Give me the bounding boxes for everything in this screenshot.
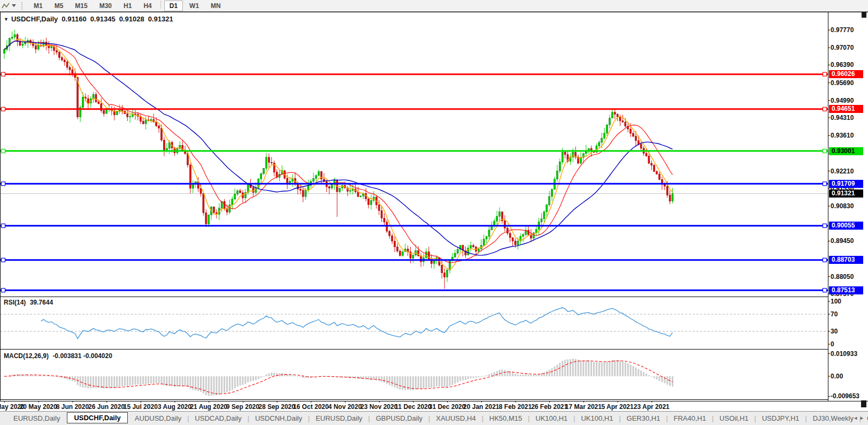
tab-ger30-h1[interactable]: GER30,H1: [620, 413, 667, 424]
rsi-tick-label: 100: [831, 298, 841, 305]
tab-uk100-h1[interactable]: UK100,H1: [574, 413, 620, 424]
chart-title: ▼USDCHF,Daily0.911600.913450.910280.9132…: [4, 15, 173, 23]
macd-values: -0.003831 -0.004020: [52, 352, 112, 360]
tab-xauusd-h4[interactable]: XAUUSD,H4: [429, 413, 482, 424]
price-tick-label: 0.88050: [831, 273, 854, 280]
price-badge-0.91709: 0.91709: [829, 180, 863, 188]
price-tick-label: 0.97070: [831, 44, 854, 51]
scale-end-marker-top[interactable]: [862, 12, 866, 18]
collapse-triangle-icon[interactable]: ▼: [4, 17, 9, 22]
tab-hk50-m15[interactable]: HK50,M15: [482, 413, 529, 424]
tab-dj30-weekly[interactable]: DJ30,Weekly: [806, 413, 861, 424]
moving-average-line-34: [4, 41, 673, 255]
level-line-handle[interactable]: [823, 258, 827, 262]
tab-eurusd-daily[interactable]: EURUSD,Daily: [309, 413, 369, 424]
level-line-handle[interactable]: [823, 224, 827, 227]
zigzag-tool-icon[interactable]: [0, 1, 12, 11]
macd-histogram: [4, 359, 674, 396]
timeframe-buttons: M1M5M15M30H1H4D1W1MN: [28, 1, 227, 11]
tab-scroll-left-icon[interactable]: ◄: [853, 415, 859, 421]
level-line-handle[interactable]: [2, 107, 5, 111]
price-badge-0.91321: 0.91321: [829, 189, 863, 198]
price-tick-label: 0.89450: [831, 237, 854, 245]
price-badge-0.87513: 0.87513: [829, 286, 863, 294]
chart-tab-bar: EURUSD,DailyUSDCHF,DailyAUDUSD,Daily|USD…: [0, 411, 868, 425]
low-value: 0.91028: [119, 15, 144, 23]
rsi-value: 39.7644: [30, 299, 53, 306]
tab-fra40-h1[interactable]: FRA40,H1: [667, 413, 713, 424]
price-tick-label: 0.92210: [831, 168, 854, 175]
timeframe-button-h1[interactable]: H1: [118, 1, 137, 11]
level-line-handle[interactable]: [823, 72, 827, 76]
chart-area: ▼USDCHF,Daily0.911600.913450.910280.9132…: [0, 12, 868, 411]
tab-audusd-daily[interactable]: AUDUSD,Daily: [128, 413, 188, 424]
level-line-handle[interactable]: [2, 289, 5, 292]
timeframe-button-mn[interactable]: MN: [205, 1, 226, 11]
macd-tick-label: 0.00: [831, 373, 843, 380]
macd-tick-label: 0.010933: [831, 350, 857, 358]
price-tick-label: 0.97770: [831, 26, 854, 34]
level-line-handle[interactable]: [2, 72, 5, 76]
tab-gbpusd-daily[interactable]: GBPUSD,Daily: [369, 413, 429, 424]
timeframe-button-m30[interactable]: M30: [94, 1, 117, 11]
tab-eurusd-daily[interactable]: EURUSD,Daily: [6, 413, 67, 424]
tab-list: EURUSD,DailyUSDCHF,DailyAUDUSD,Daily|USD…: [6, 413, 868, 424]
date-tick-label: 23 Apr 2021: [628, 403, 675, 411]
open-value: 0.91160: [62, 15, 86, 23]
macd-name: MACD(12,26,9): [4, 352, 49, 360]
dropdown-caret-icon[interactable]: [12, 4, 16, 7]
timeframe-button-m1[interactable]: M1: [28, 1, 48, 11]
level-line-handle[interactable]: [823, 182, 827, 186]
price-badge-0.96026: 0.96026: [829, 70, 863, 78]
scale-end-marker-bottom[interactable]: [861, 400, 866, 407]
rsi-tick-label: 70: [831, 310, 838, 318]
tab-usdcnh-daily[interactable]: USDCNH,Daily: [248, 413, 309, 424]
level-line-handle[interactable]: [823, 107, 827, 111]
price-tick-label: 0.90830: [831, 202, 854, 210]
close-value: 0.91321: [148, 15, 173, 23]
price-tick-label: 0.94990: [831, 97, 854, 104]
tab-scroll-arrows: ◄►: [853, 415, 866, 421]
level-line-handle[interactable]: [2, 258, 5, 262]
price-tick-label: 0.95690: [831, 79, 854, 87]
timeframe-button-w1[interactable]: W1: [184, 1, 204, 11]
price-chart-canvas[interactable]: [0, 12, 868, 403]
symbol-period-label: USDCHF,Daily: [11, 15, 58, 23]
tab-usdchf-daily[interactable]: USDCHF,Daily: [67, 412, 127, 423]
price-badge-0.94651: 0.94651: [829, 105, 863, 113]
tab-usdjpy-h1[interactable]: USDJPY,H1: [755, 413, 806, 424]
rsi-indicator-label: RSI(14) 39.7644: [4, 299, 53, 306]
price-tick-label: 0.96390: [831, 61, 854, 69]
tab-usdcad-daily[interactable]: USDCAD,Daily: [188, 413, 248, 424]
toolbar-separator: [160, 1, 161, 9]
timeframe-button-m15[interactable]: M15: [70, 1, 93, 11]
high-value: 0.91345: [90, 15, 116, 23]
rsi-name: RSI(14): [4, 299, 26, 306]
tab-scroll-right-icon[interactable]: ►: [859, 415, 866, 421]
level-line-handle[interactable]: [823, 289, 827, 292]
price-badge-0.93001: 0.93001: [829, 147, 863, 155]
level-line-handle[interactable]: [2, 224, 5, 227]
tab-uk100-h1[interactable]: UK100,H1: [528, 413, 574, 424]
rsi-line: [41, 308, 673, 339]
toolbar-grip[interactable]: [21, 2, 22, 10]
level-line-handle[interactable]: [2, 149, 5, 153]
tab-usoil-h1[interactable]: USOil,H1: [712, 413, 755, 424]
level-line-handle[interactable]: [823, 149, 827, 153]
timeframe-button-m5[interactable]: M5: [49, 1, 69, 11]
level-line-handle[interactable]: [2, 182, 5, 186]
price-tick-label: 0.93610: [831, 132, 854, 139]
macd-tick-label: -0.009653: [831, 392, 859, 400]
timeframe-toolbar: M1M5M15M30H1H4D1W1MN: [0, 0, 868, 12]
price-tick-label: 0.94310: [831, 114, 854, 122]
price-badge-0.88703: 0.88703: [829, 256, 863, 264]
timeframe-button-h4[interactable]: H4: [138, 1, 157, 11]
timeframe-button-d1[interactable]: D1: [164, 1, 183, 11]
rsi-tick-label: 0: [831, 340, 834, 348]
rsi-tick-label: 30: [831, 328, 838, 335]
macd-indicator-label: MACD(12,26,9) -0.003831 -0.004020: [4, 352, 112, 360]
price-badge-0.90055: 0.90055: [829, 222, 863, 230]
